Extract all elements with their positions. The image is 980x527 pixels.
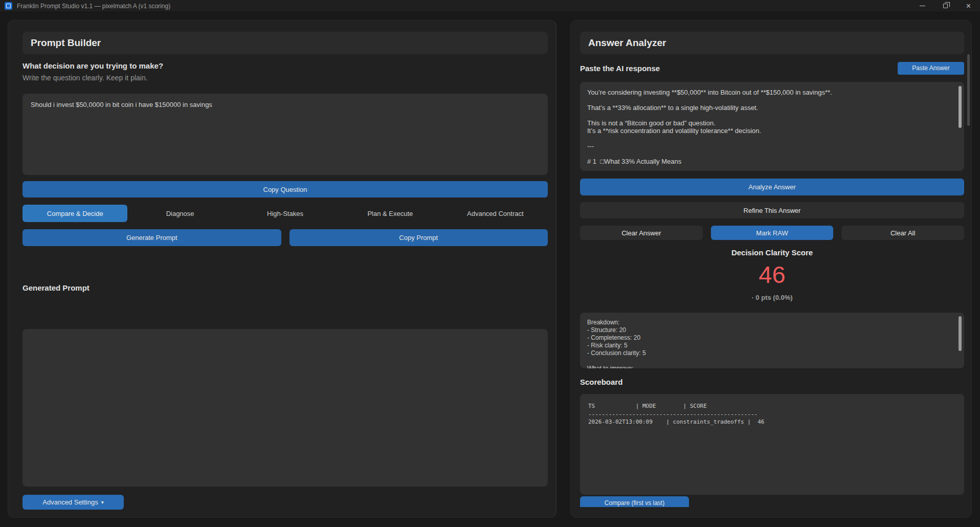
copy-question-button[interactable]: Copy Question <box>23 181 548 197</box>
score-breakdown-text: Breakdown: - Structure: 20 - Completenes… <box>587 319 952 368</box>
question-input[interactable]: Should i invest $50,0000 in bit coin i h… <box>23 94 548 175</box>
app-icon <box>5 2 12 10</box>
titlebar: Franklin Prompt Studio v1.1 — pixelmatch… <box>0 0 980 12</box>
breakdown-scrollbar-thumb[interactable] <box>959 316 962 351</box>
tab-plan-execute[interactable]: Plan & Execute <box>338 205 442 222</box>
copy-prompt-button[interactable]: Copy Prompt <box>289 229 548 246</box>
refine-answer-button[interactable]: Refine This Answer <box>580 202 964 218</box>
prompt-builder-header: Prompt Builder <box>23 32 548 54</box>
score-title: Decision Clarity Score <box>580 248 964 257</box>
answer-analyzer-header: Answer Analyzer <box>580 32 964 54</box>
close-button[interactable]: × <box>957 0 980 12</box>
panel-scrollbar-thumb[interactable] <box>967 54 970 126</box>
scoreboard-title: Scoreboard <box>580 378 964 386</box>
advanced-settings-button[interactable]: Advanced Settings ▾ <box>23 495 124 510</box>
scoreboard-row: 2026-03-02T13:00:09 | constraints_tradeo… <box>588 418 956 426</box>
scoreboard-divider: ----------------------------------------… <box>588 410 956 419</box>
tab-diagnose[interactable]: Diagnose <box>127 205 232 222</box>
tab-advanced-contract[interactable]: Advanced Contract <box>443 205 548 222</box>
question-label: What decision are you trying to make? <box>23 61 548 70</box>
clear-all-button[interactable]: Clear All <box>841 226 964 240</box>
restore-icon <box>943 4 948 8</box>
response-text: You’re considering investing **$50,000**… <box>587 89 952 165</box>
tab-compare-decide[interactable]: Compare & Decide <box>23 205 127 222</box>
close-icon: × <box>966 2 971 10</box>
generated-prompt-label: Generated Prompt <box>23 283 548 292</box>
minimize-button[interactable] <box>911 0 934 12</box>
response-scrollbar-thumb[interactable] <box>959 86 962 128</box>
score-breakdown-box[interactable]: Breakdown: - Structure: 20 - Completenes… <box>580 313 964 368</box>
chevron-down-icon: ▾ <box>101 499 104 505</box>
clear-answer-button[interactable]: Clear Answer <box>580 226 703 240</box>
scoreboard-header-row: TS | MODE | SCORE <box>588 402 956 410</box>
score-value: 46 <box>580 262 964 288</box>
generated-prompt-output[interactable] <box>23 329 548 487</box>
analyze-answer-button[interactable]: Analyze Answer <box>580 179 964 195</box>
window-title: Franklin Prompt Studio v1.1 — pixelmatch… <box>17 3 170 10</box>
scoreboard-box: TS | MODE | SCORE ----------------------… <box>580 394 964 495</box>
question-hint: Write the question clearly. Keep it plai… <box>23 74 548 82</box>
prompt-builder-panel: Prompt Builder What decision are you try… <box>8 20 556 518</box>
response-input[interactable]: You’re considering investing **$50,000**… <box>580 82 964 171</box>
generate-prompt-button[interactable]: Generate Prompt <box>23 229 281 246</box>
paste-response-label: Paste the AI response <box>580 64 660 73</box>
compare-first-last-button[interactable]: Compare (first vs last) <box>580 496 689 507</box>
answer-analyzer-panel: Answer Analyzer Paste the AI response Pa… <box>570 20 972 518</box>
mark-raw-button[interactable]: Mark RAW <box>711 226 834 240</box>
score-delta: · 0 pts (0.0%) <box>580 294 964 301</box>
advanced-settings-label: Advanced Settings <box>42 498 98 506</box>
restore-button[interactable] <box>934 0 957 12</box>
mode-tabs: Compare & Decide Diagnose High-Stakes Pl… <box>23 205 548 222</box>
paste-answer-button[interactable]: Paste Answer <box>898 62 964 75</box>
minimize-icon <box>920 6 925 6</box>
tab-high-stakes[interactable]: High-Stakes <box>233 205 338 222</box>
